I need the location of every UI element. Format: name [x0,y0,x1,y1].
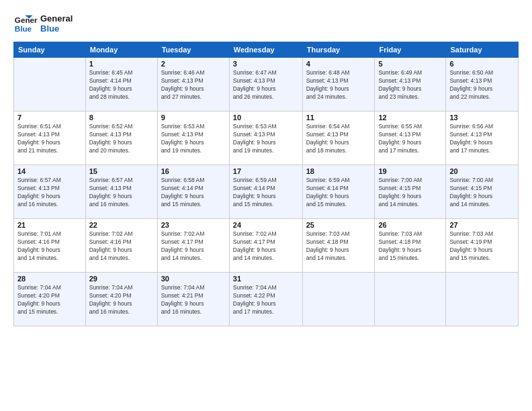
day-info: Sunrise: 6:47 AMSunset: 4:13 PMDaylight:… [233,69,299,101]
day-number: 3 [233,60,299,68]
day-info: Sunrise: 7:03 AMSunset: 4:18 PMDaylight:… [378,230,442,263]
calendar-week-4: 21Sunrise: 7:01 AMSunset: 4:16 PMDayligh… [14,219,519,273]
calendar-cell: 29Sunrise: 7:04 AMSunset: 4:20 PMDayligh… [85,273,157,326]
day-number: 9 [161,113,226,122]
day-number: 30 [161,275,226,283]
day-info: Sunrise: 7:02 AMSunset: 4:17 PMDaylight:… [233,230,299,263]
calendar-cell: 23Sunrise: 7:02 AMSunset: 4:17 PMDayligh… [157,219,229,273]
day-info: Sunrise: 7:02 AMSunset: 4:16 PMDaylight:… [89,230,154,263]
calendar-cell: 5Sunrise: 6:49 AMSunset: 4:13 PMDaylight… [375,58,446,111]
calendar-cell: 30Sunrise: 7:04 AMSunset: 4:21 PMDayligh… [157,273,229,326]
day-number: 19 [378,167,442,175]
day-info: Sunrise: 6:48 AMSunset: 4:13 PMDaylight:… [306,69,371,101]
day-number: 25 [306,221,371,229]
svg-text:General: General [15,15,38,24]
calendar-cell: 10Sunrise: 6:53 AMSunset: 4:13 PMDayligh… [229,111,302,165]
calendar-cell: 3Sunrise: 6:47 AMSunset: 4:13 PMDaylight… [229,58,302,111]
day-number: 4 [306,60,371,68]
logo-icon: General Blue [13,12,38,36]
day-info: Sunrise: 7:04 AMSunset: 4:20 PMDaylight:… [17,284,82,316]
day-info: Sunrise: 6:57 AMSunset: 4:13 PMDaylight:… [89,177,154,209]
calendar-cell: 6Sunrise: 6:50 AMSunset: 4:13 PMDaylight… [446,58,519,111]
calendar-cell: 31Sunrise: 7:04 AMSunset: 4:22 PMDayligh… [229,273,302,326]
svg-text:Blue: Blue [15,24,32,33]
day-info: Sunrise: 6:46 AMSunset: 4:13 PMDaylight:… [161,69,226,101]
day-info: Sunrise: 6:53 AMSunset: 4:13 PMDaylight:… [161,123,226,155]
calendar-cell: 18Sunrise: 6:59 AMSunset: 4:14 PMDayligh… [302,165,375,219]
calendar-cell: 20Sunrise: 7:00 AMSunset: 4:15 PMDayligh… [446,165,519,219]
day-info: Sunrise: 6:59 AMSunset: 4:14 PMDaylight:… [306,177,371,209]
day-info: Sunrise: 6:53 AMSunset: 4:13 PMDaylight:… [233,123,299,155]
day-info: Sunrise: 6:56 AMSunset: 4:13 PMDaylight:… [449,123,515,155]
day-number: 24 [233,221,299,229]
calendar-cell: 21Sunrise: 7:01 AMSunset: 4:16 PMDayligh… [14,219,86,273]
day-header-friday: Friday [375,42,446,58]
calendar-header-row: SundayMondayTuesdayWednesdayThursdayFrid… [14,42,519,58]
day-info: Sunrise: 7:04 AMSunset: 4:20 PMDaylight:… [89,284,154,316]
day-header-wednesday: Wednesday [229,42,302,58]
day-number: 16 [161,167,226,175]
calendar-cell: 19Sunrise: 7:00 AMSunset: 4:15 PMDayligh… [375,165,446,219]
day-number: 10 [233,113,299,122]
day-info: Sunrise: 6:49 AMSunset: 4:13 PMDaylight:… [378,69,442,101]
calendar-cell: 17Sunrise: 6:59 AMSunset: 4:14 PMDayligh… [229,165,302,219]
calendar-cell: 14Sunrise: 6:57 AMSunset: 4:13 PMDayligh… [14,165,86,219]
day-info: Sunrise: 6:45 AMSunset: 4:14 PMDaylight:… [89,69,154,101]
calendar-cell [375,273,446,326]
calendar-cell: 2Sunrise: 6:46 AMSunset: 4:13 PMDaylight… [157,58,229,111]
header: General Blue General Blue [13,12,519,36]
day-number: 14 [17,167,82,175]
day-info: Sunrise: 6:54 AMSunset: 4:13 PMDaylight:… [306,123,371,155]
day-info: Sunrise: 7:02 AMSunset: 4:17 PMDaylight:… [161,230,226,263]
day-number: 5 [378,60,442,68]
calendar-week-5: 28Sunrise: 7:04 AMSunset: 4:20 PMDayligh… [14,273,519,326]
day-info: Sunrise: 7:00 AMSunset: 4:15 PMDaylight:… [378,177,442,209]
day-info: Sunrise: 6:52 AMSunset: 4:13 PMDaylight:… [89,123,154,155]
calendar-table: SundayMondayTuesdayWednesdayThursdayFrid… [13,42,519,326]
day-number: 28 [17,275,82,283]
calendar-cell [302,273,375,326]
day-header-thursday: Thursday [302,42,375,58]
day-number: 21 [17,221,82,229]
day-number: 29 [89,275,154,283]
day-number: 12 [378,113,442,122]
day-number: 31 [233,275,299,283]
calendar-cell: 22Sunrise: 7:02 AMSunset: 4:16 PMDayligh… [85,219,157,273]
logo-blue: Blue [40,24,73,34]
day-info: Sunrise: 7:00 AMSunset: 4:15 PMDaylight:… [449,177,515,209]
day-number: 8 [89,113,154,122]
calendar-cell: 13Sunrise: 6:56 AMSunset: 4:13 PMDayligh… [446,111,519,165]
day-number: 1 [89,60,154,68]
day-number: 7 [17,113,82,122]
logo: General Blue General Blue [13,12,73,36]
day-info: Sunrise: 7:04 AMSunset: 4:22 PMDaylight:… [233,284,299,316]
calendar-cell: 11Sunrise: 6:54 AMSunset: 4:13 PMDayligh… [302,111,375,165]
calendar-week-2: 7Sunrise: 6:51 AMSunset: 4:13 PMDaylight… [14,111,519,165]
day-number: 22 [89,221,154,229]
calendar-cell: 26Sunrise: 7:03 AMSunset: 4:18 PMDayligh… [375,219,446,273]
day-number: 27 [449,221,515,229]
day-info: Sunrise: 6:55 AMSunset: 4:13 PMDaylight:… [378,123,442,155]
day-info: Sunrise: 7:04 AMSunset: 4:21 PMDaylight:… [161,284,226,316]
day-number: 17 [233,167,299,175]
calendar-cell: 24Sunrise: 7:02 AMSunset: 4:17 PMDayligh… [229,219,302,273]
calendar-cell: 4Sunrise: 6:48 AMSunset: 4:13 PMDaylight… [302,58,375,111]
calendar-cell: 16Sunrise: 6:58 AMSunset: 4:14 PMDayligh… [157,165,229,219]
calendar-cell: 15Sunrise: 6:57 AMSunset: 4:13 PMDayligh… [85,165,157,219]
calendar-cell [446,273,519,326]
day-info: Sunrise: 6:58 AMSunset: 4:14 PMDaylight:… [161,177,226,209]
calendar-cell: 9Sunrise: 6:53 AMSunset: 4:13 PMDaylight… [157,111,229,165]
day-info: Sunrise: 6:57 AMSunset: 4:13 PMDaylight:… [17,177,82,209]
day-number: 23 [161,221,226,229]
calendar-cell: 25Sunrise: 7:03 AMSunset: 4:18 PMDayligh… [302,219,375,273]
day-number: 15 [89,167,154,175]
day-number: 11 [306,113,371,122]
day-header-saturday: Saturday [446,42,519,58]
calendar-cell [14,58,86,111]
day-info: Sunrise: 6:51 AMSunset: 4:13 PMDaylight:… [17,123,82,155]
day-number: 20 [449,167,515,175]
day-number: 26 [378,221,442,229]
day-header-sunday: Sunday [14,42,86,58]
calendar-cell: 7Sunrise: 6:51 AMSunset: 4:13 PMDaylight… [14,111,86,165]
calendar-cell: 27Sunrise: 7:03 AMSunset: 4:19 PMDayligh… [446,219,519,273]
